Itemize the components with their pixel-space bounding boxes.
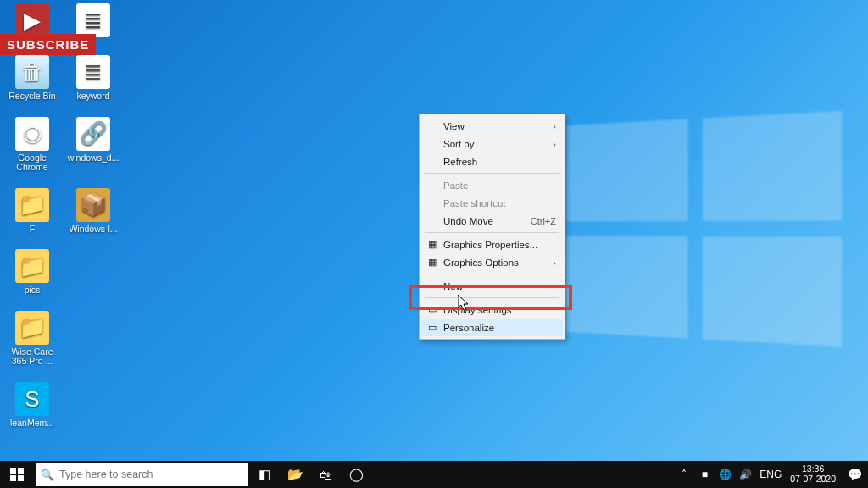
menu-item-label: Graphics Properties... [443, 240, 537, 250]
context-menu-item[interactable]: ▦Graphics Options› [421, 253, 563, 271]
svg-rect-2 [18, 468, 24, 474]
menu-item-label: Paste shortcut [443, 198, 506, 208]
chevron-right-icon: › [553, 258, 556, 268]
file-chest-icon: 📦 [76, 188, 110, 222]
desktop-icon[interactable]: 📦Windows-l... [64, 188, 122, 235]
menu-item-label: View [443, 121, 465, 131]
menu-item-icon: ▦ [426, 239, 438, 251]
context-menu-separator [425, 274, 559, 274]
desktop-icon-label: Windows-l... [69, 225, 117, 235]
chevron-right-icon: › [553, 281, 556, 291]
context-menu-item: Paste shortcut [421, 194, 563, 212]
tray-app-icon[interactable]: ■ [697, 469, 712, 480]
context-menu-separator [425, 297, 559, 298]
clock[interactable]: 13:36 07-07-2020 [785, 464, 841, 484]
desktop-icon[interactable]: 🔗windows_d... [64, 117, 122, 173]
menu-item-icon: ▦ [426, 257, 438, 269]
desktop-icon-label: Recycle Bin [8, 92, 55, 102]
menu-item-shortcut: Ctrl+Z [531, 216, 556, 226]
clock-date: 07-07-2020 [790, 474, 836, 485]
context-menu-item: Paste [421, 176, 563, 194]
context-menu-item[interactable]: ▦Graphics Properties... [421, 236, 563, 253]
context-menu: View›Sort by›RefreshPastePaste shortcutU… [419, 114, 565, 340]
windows-logo-backdrop [566, 111, 842, 347]
desktop-icon-label: pics [25, 286, 41, 296]
desktop-icon[interactable]: 🗑Recycle Bin [3, 55, 61, 102]
subscribe-banner: SUBSCRIBE [0, 34, 96, 55]
youtube-play-icon: ▶ [15, 3, 49, 37]
volume-icon[interactable]: 🔊 [737, 469, 753, 480]
skype-icon: S [15, 382, 49, 416]
menu-item-label: Refresh [443, 157, 477, 167]
search-box[interactable]: 🔍 [36, 463, 248, 486]
context-menu-item[interactable]: Refresh [421, 152, 563, 170]
context-menu-separator [425, 173, 559, 174]
menu-item-icon: ▭ [426, 322, 438, 334]
desktop-icon-label: F [30, 225, 35, 235]
desktop-icon[interactable]: 📁pics [3, 249, 61, 296]
search-icon: 🔍 [36, 469, 59, 481]
desktop-icon-label: Wise Care 365 Pro ... [5, 347, 59, 367]
desktop-icon-label: leanMem... [10, 419, 54, 429]
task-view-icon[interactable]: ◧ [249, 461, 280, 488]
tray-overflow-icon[interactable]: ˄ [676, 469, 692, 480]
search-input[interactable] [59, 469, 248, 480]
desktop-icon[interactable]: ◉Google Chrome [3, 117, 61, 173]
chevron-right-icon: › [553, 139, 556, 149]
network-icon[interactable]: 🌐 [717, 469, 732, 480]
desktop-icon-label: Google Chrome [5, 153, 59, 173]
context-menu-item[interactable]: View› [421, 117, 563, 135]
taskbar: 🔍 ◧📂🛍◯ ˄■🌐🔊 ENG 13:36 07-07-2020 💬 [0, 461, 868, 488]
microsoft-store-icon[interactable]: 🛍 [310, 461, 341, 488]
chrome-taskbar-icon[interactable]: ◯ [341, 461, 371, 488]
chevron-right-icon: › [553, 121, 556, 131]
context-menu-item[interactable]: Sort by› [421, 135, 563, 152]
language-indicator[interactable]: ENG [756, 469, 785, 480]
context-menu-item[interactable]: ▭Personalize [421, 319, 563, 336]
recycle-bin-icon: 🗑 [15, 55, 49, 89]
context-menu-separator [425, 232, 559, 233]
menu-item-label: Sort by [443, 139, 474, 149]
desktop-icon[interactable]: ≣keyword [64, 55, 122, 102]
svg-rect-3 [10, 475, 16, 481]
context-menu-item[interactable]: New› [421, 277, 563, 295]
text-file-icon: ≣ [76, 55, 110, 89]
desktop-icon-label: windows_d... [68, 153, 120, 164]
system-tray: ˄■🌐🔊 [673, 469, 756, 480]
chrome-icon: ◉ [15, 117, 49, 151]
menu-item-label: Personalize [443, 323, 494, 333]
menu-item-label: Graphics Options [443, 258, 519, 268]
menu-item-label: New [443, 281, 463, 291]
svg-rect-1 [10, 468, 16, 474]
menu-item-label: Paste [443, 180, 468, 191]
document-icon: ≣ [76, 3, 110, 37]
svg-rect-4 [18, 475, 24, 481]
folder-icon: 📁 [15, 188, 49, 222]
context-menu-item[interactable]: ▭Display settings [421, 301, 563, 319]
desktop-icon[interactable]: 📁Wise Care 365 Pro ... [3, 311, 61, 367]
folder-icon: 📁 [15, 249, 49, 283]
start-button[interactable] [0, 461, 34, 488]
desktop-icons: ▶≣🗑Recycle Bin≣keyword◉Google Chrome🔗win… [0, 0, 122, 440]
file-explorer-icon[interactable]: 📂 [280, 461, 310, 488]
menu-item-icon: ▭ [426, 304, 438, 316]
action-center-icon[interactable]: 💬 [841, 461, 868, 488]
desktop-icon[interactable]: 📁F [3, 188, 61, 235]
desktop-icon[interactable]: SleanMem... [3, 382, 61, 429]
desktop-icon-label: keyword [76, 92, 109, 102]
menu-item-label: Undo Move [443, 216, 493, 226]
context-menu-item[interactable]: Undo MoveCtrl+Z [421, 212, 563, 230]
folder-icon: 📁 [15, 311, 49, 345]
menu-item-label: Display settings [443, 305, 512, 315]
shortcut-icon: 🔗 [76, 117, 110, 151]
